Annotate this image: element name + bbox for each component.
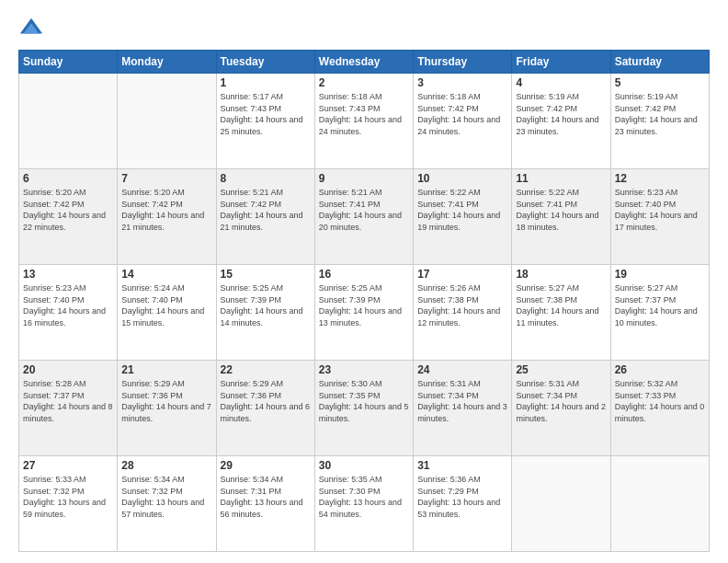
calendar-header-tuesday: Tuesday (216, 51, 314, 74)
calendar-cell: 9Sunrise: 5:21 AM Sunset: 7:41 PM Daylig… (314, 169, 413, 265)
day-number: 15 (221, 268, 311, 281)
day-number: 14 (121, 268, 211, 281)
calendar-cell: 2Sunrise: 5:18 AM Sunset: 7:43 PM Daylig… (314, 74, 413, 169)
day-number: 30 (319, 459, 409, 472)
day-info: Sunrise: 5:35 AM Sunset: 7:30 PM Dayligh… (319, 474, 409, 520)
calendar-cell: 17Sunrise: 5:26 AM Sunset: 7:38 PM Dayli… (414, 265, 512, 361)
day-info: Sunrise: 5:26 AM Sunset: 7:38 PM Dayligh… (417, 282, 507, 328)
logo (18, 15, 48, 40)
day-info: Sunrise: 5:20 AM Sunset: 7:42 PM Dayligh… (121, 187, 211, 233)
day-info: Sunrise: 5:29 AM Sunset: 7:36 PM Dayligh… (121, 378, 211, 424)
day-info: Sunrise: 5:23 AM Sunset: 7:40 PM Dayligh… (23, 282, 113, 328)
calendar-cell (19, 74, 118, 169)
day-number: 23 (319, 363, 409, 376)
day-number: 29 (221, 459, 311, 472)
calendar-cell: 7Sunrise: 5:20 AM Sunset: 7:42 PM Daylig… (118, 169, 216, 265)
calendar-cell: 29Sunrise: 5:34 AM Sunset: 7:31 PM Dayli… (216, 456, 314, 552)
day-info: Sunrise: 5:22 AM Sunset: 7:41 PM Dayligh… (516, 187, 606, 233)
day-number: 28 (121, 459, 211, 472)
day-number: 7 (121, 172, 211, 185)
calendar-header-row: SundayMondayTuesdayWednesdayThursdayFrid… (19, 51, 710, 74)
day-info: Sunrise: 5:22 AM Sunset: 7:41 PM Dayligh… (417, 187, 507, 233)
calendar-week-5: 27Sunrise: 5:33 AM Sunset: 7:32 PM Dayli… (19, 456, 710, 552)
day-number: 1 (221, 76, 311, 89)
calendar-cell: 24Sunrise: 5:31 AM Sunset: 7:34 PM Dayli… (414, 361, 512, 456)
day-number: 27 (23, 459, 113, 472)
calendar-cell: 18Sunrise: 5:27 AM Sunset: 7:38 PM Dayli… (512, 265, 610, 361)
day-info: Sunrise: 5:36 AM Sunset: 7:29 PM Dayligh… (417, 474, 507, 520)
day-info: Sunrise: 5:25 AM Sunset: 7:39 PM Dayligh… (319, 282, 409, 328)
calendar-week-2: 6Sunrise: 5:20 AM Sunset: 7:42 PM Daylig… (19, 169, 710, 265)
day-number: 26 (615, 363, 705, 376)
day-info: Sunrise: 5:29 AM Sunset: 7:36 PM Dayligh… (221, 378, 311, 424)
calendar-cell: 22Sunrise: 5:29 AM Sunset: 7:36 PM Dayli… (216, 361, 314, 456)
calendar-cell: 5Sunrise: 5:19 AM Sunset: 7:42 PM Daylig… (610, 74, 709, 169)
day-info: Sunrise: 5:19 AM Sunset: 7:42 PM Dayligh… (615, 91, 705, 137)
calendar-cell: 28Sunrise: 5:34 AM Sunset: 7:32 PM Dayli… (118, 456, 216, 552)
calendar-cell (610, 456, 709, 552)
day-number: 4 (516, 76, 606, 89)
day-number: 5 (615, 76, 705, 89)
day-number: 25 (516, 363, 606, 376)
calendar-week-1: 1Sunrise: 5:17 AM Sunset: 7:43 PM Daylig… (19, 74, 710, 169)
calendar-cell: 20Sunrise: 5:28 AM Sunset: 7:37 PM Dayli… (19, 361, 118, 456)
calendar-header-friday: Friday (512, 51, 610, 74)
calendar-cell: 8Sunrise: 5:21 AM Sunset: 7:42 PM Daylig… (216, 169, 314, 265)
day-number: 12 (615, 172, 705, 185)
calendar-week-4: 20Sunrise: 5:28 AM Sunset: 7:37 PM Dayli… (19, 361, 710, 456)
calendar-header-wednesday: Wednesday (314, 51, 413, 74)
calendar-cell: 27Sunrise: 5:33 AM Sunset: 7:32 PM Dayli… (19, 456, 118, 552)
calendar-cell: 1Sunrise: 5:17 AM Sunset: 7:43 PM Daylig… (216, 74, 314, 169)
calendar-header-thursday: Thursday (414, 51, 512, 74)
calendar-cell: 21Sunrise: 5:29 AM Sunset: 7:36 PM Dayli… (118, 361, 216, 456)
calendar-cell: 6Sunrise: 5:20 AM Sunset: 7:42 PM Daylig… (19, 169, 118, 265)
calendar-cell: 26Sunrise: 5:32 AM Sunset: 7:33 PM Dayli… (610, 361, 709, 456)
calendar-table: SundayMondayTuesdayWednesdayThursdayFrid… (18, 50, 710, 552)
day-info: Sunrise: 5:23 AM Sunset: 7:40 PM Dayligh… (615, 187, 705, 233)
calendar-cell: 19Sunrise: 5:27 AM Sunset: 7:37 PM Dayli… (610, 265, 709, 361)
day-info: Sunrise: 5:20 AM Sunset: 7:42 PM Dayligh… (23, 187, 113, 233)
calendar-cell: 4Sunrise: 5:19 AM Sunset: 7:42 PM Daylig… (512, 74, 610, 169)
day-number: 31 (417, 459, 507, 472)
day-number: 2 (319, 76, 409, 89)
calendar-header-sunday: Sunday (19, 51, 118, 74)
day-info: Sunrise: 5:24 AM Sunset: 7:40 PM Dayligh… (121, 282, 211, 328)
day-info: Sunrise: 5:25 AM Sunset: 7:39 PM Dayligh… (221, 282, 311, 328)
calendar-header-saturday: Saturday (610, 51, 709, 74)
day-info: Sunrise: 5:34 AM Sunset: 7:31 PM Dayligh… (221, 474, 311, 520)
day-info: Sunrise: 5:18 AM Sunset: 7:43 PM Dayligh… (319, 91, 409, 137)
day-info: Sunrise: 5:17 AM Sunset: 7:43 PM Dayligh… (221, 91, 311, 137)
day-number: 10 (417, 172, 507, 185)
day-number: 20 (23, 363, 113, 376)
calendar-cell (512, 456, 610, 552)
day-number: 3 (417, 76, 507, 89)
day-number: 9 (319, 172, 409, 185)
calendar-cell: 13Sunrise: 5:23 AM Sunset: 7:40 PM Dayli… (19, 265, 118, 361)
day-info: Sunrise: 5:27 AM Sunset: 7:38 PM Dayligh… (516, 282, 606, 328)
day-number: 6 (23, 172, 113, 185)
calendar-week-3: 13Sunrise: 5:23 AM Sunset: 7:40 PM Dayli… (19, 265, 710, 361)
day-info: Sunrise: 5:31 AM Sunset: 7:34 PM Dayligh… (516, 378, 606, 424)
logo-icon (18, 15, 44, 40)
day-info: Sunrise: 5:31 AM Sunset: 7:34 PM Dayligh… (417, 378, 507, 424)
day-number: 22 (221, 363, 311, 376)
day-number: 16 (319, 268, 409, 281)
calendar-header-monday: Monday (118, 51, 216, 74)
calendar-cell: 31Sunrise: 5:36 AM Sunset: 7:29 PM Dayli… (414, 456, 512, 552)
calendar-cell: 12Sunrise: 5:23 AM Sunset: 7:40 PM Dayli… (610, 169, 709, 265)
calendar-cell: 25Sunrise: 5:31 AM Sunset: 7:34 PM Dayli… (512, 361, 610, 456)
day-info: Sunrise: 5:21 AM Sunset: 7:41 PM Dayligh… (319, 187, 409, 233)
day-info: Sunrise: 5:28 AM Sunset: 7:37 PM Dayligh… (23, 378, 113, 424)
calendar-cell: 11Sunrise: 5:22 AM Sunset: 7:41 PM Dayli… (512, 169, 610, 265)
day-info: Sunrise: 5:30 AM Sunset: 7:35 PM Dayligh… (319, 378, 409, 424)
day-info: Sunrise: 5:34 AM Sunset: 7:32 PM Dayligh… (121, 474, 211, 520)
day-number: 21 (121, 363, 211, 376)
header (18, 15, 710, 40)
calendar-cell: 16Sunrise: 5:25 AM Sunset: 7:39 PM Dayli… (314, 265, 413, 361)
day-number: 19 (615, 268, 705, 281)
day-number: 24 (417, 363, 507, 376)
calendar-cell: 3Sunrise: 5:18 AM Sunset: 7:42 PM Daylig… (414, 74, 512, 169)
day-info: Sunrise: 5:33 AM Sunset: 7:32 PM Dayligh… (23, 474, 113, 520)
calendar-cell: 15Sunrise: 5:25 AM Sunset: 7:39 PM Dayli… (216, 265, 314, 361)
day-number: 18 (516, 268, 606, 281)
